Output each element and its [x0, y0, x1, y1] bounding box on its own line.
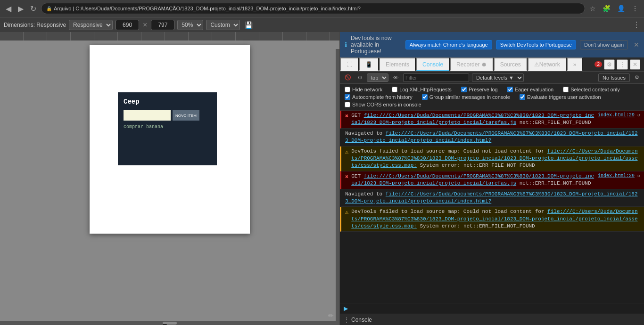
custom-select[interactable]: Custom: [206, 20, 240, 30]
app-title: Ceep: [124, 98, 211, 106]
message-link-1[interactable]: file:///C:/Users/Duda/Documents/PROGRAMA…: [345, 130, 638, 143]
address-bar[interactable]: 🔒 Arquivo | C:/Users/Duda/Documents/PROG…: [41, 3, 585, 14]
ruler-marks: [0, 32, 339, 41]
autocomplete-checkbox[interactable]: [345, 94, 350, 100]
console-no-issues-button[interactable]: No Issues: [598, 73, 630, 82]
option-eager-eval[interactable]: Eager evaluation: [507, 87, 554, 92]
network-warning-icon: ⚠: [534, 61, 539, 68]
zoom-select[interactable]: 50%: [177, 20, 203, 30]
height-input[interactable]: 797: [151, 20, 174, 30]
horizontal-scrollbar[interactable]: ≡: [0, 321, 339, 325]
message-icon-5: ⚠: [345, 209, 348, 217]
evaluate-triggers-checkbox[interactable]: [520, 94, 525, 100]
eager-eval-checkbox[interactable]: [507, 87, 513, 92]
back-button[interactable]: ◀: [4, 2, 13, 15]
dimension-separator: ×: [143, 21, 147, 29]
console-levels-select[interactable]: Default levels ▼: [472, 73, 524, 82]
selected-context-checkbox[interactable]: [563, 87, 569, 92]
vertical-scrollbar[interactable]: [336, 49, 339, 325]
message-location-0[interactable]: index.html:29: [598, 112, 635, 119]
more-tabs-icon: »: [573, 61, 577, 68]
tab-sources[interactable]: Sources: [494, 57, 528, 71]
console-message-1: Navigated to file:///C:/Users/Duda/Docum…: [340, 129, 644, 146]
width-input[interactable]: 690: [116, 20, 139, 30]
app-input-row: NOVO ITEM: [124, 110, 211, 121]
message-link-3[interactable]: file:///C:/Users/Duda/Documents/PROGRAMA…: [351, 173, 594, 186]
message-link-0[interactable]: file:///C:/Users/Duda/Documents/PROGRAMA…: [351, 113, 594, 125]
inner-app: Ceep NOVO ITEM comprar banana: [118, 92, 217, 165]
log-xmlhttp-checkbox[interactable]: [392, 87, 397, 92]
console-message-4: Navigated to file:///C:/Users/Duda/Docum…: [340, 189, 644, 207]
console-context-select[interactable]: top: [367, 73, 388, 82]
message-icon-0: ✖: [345, 113, 348, 121]
switch-to-portuguese-button[interactable]: Switch DevTools to Portuguese: [496, 40, 576, 49]
devtools-more-button[interactable]: ⋮: [617, 59, 628, 70]
message-replay-0[interactable]: ↺: [637, 112, 640, 119]
app-text-input[interactable]: [124, 110, 171, 121]
option-preserve-log[interactable]: Preserve log: [461, 87, 498, 92]
forward-button[interactable]: ▶: [16, 2, 25, 15]
devtools-toolbar: Dimensions: Responsive Responsive 690 × …: [0, 17, 644, 32]
message-replay-3[interactable]: ↺: [637, 173, 640, 179]
tab-more[interactable]: »: [567, 57, 583, 71]
preserve-log-label: Preserve log: [469, 87, 498, 92]
device-icon: 📱: [365, 61, 372, 68]
option-autocomplete[interactable]: Autocomplete from history: [345, 94, 413, 100]
console-circle-button[interactable]: ⊙: [356, 73, 364, 81]
tab-network[interactable]: ⚠ Network: [528, 57, 567, 71]
console-clear-button[interactable]: 🚫: [343, 73, 353, 81]
navigation-bar: ◀ ▶ ↻ 🔒 Arquivo | C:/Users/Duda/Document…: [0, 0, 644, 17]
hide-network-checkbox[interactable]: [345, 87, 350, 92]
save-icon[interactable]: 💾: [243, 20, 255, 30]
notification-close-icon[interactable]: ✕: [634, 41, 639, 49]
message-link-4[interactable]: file:///C:/Users/Duda/Documents/PROGRAMA…: [345, 191, 638, 204]
profile-button[interactable]: 👤: [615, 4, 627, 13]
group-similar-checkbox[interactable]: [422, 94, 428, 100]
menu-button[interactable]: ⋮: [630, 4, 640, 13]
always-match-language-button[interactable]: Always match Chrome's language: [405, 40, 492, 49]
tab-elements[interactable]: Elements: [379, 57, 416, 71]
console-message-5: ⚠DevTools failed to load source map: Cou…: [340, 207, 644, 232]
console-input[interactable]: [351, 306, 640, 311]
console-gear-button[interactable]: ⚙: [633, 73, 641, 81]
option-hide-network[interactable]: Hide network: [345, 87, 382, 92]
toolbar-more-icon[interactable]: ⋮: [633, 20, 640, 29]
preserve-log-checkbox[interactable]: [461, 87, 467, 92]
option-group-similar[interactable]: Group similar messages in console: [422, 94, 510, 100]
notification-text: DevTools is now available in Portuguese!: [351, 35, 402, 55]
message-icon-3: ✖: [345, 173, 348, 181]
devtools-bottom-icon[interactable]: ⋮: [344, 317, 349, 323]
refresh-button[interactable]: ↻: [28, 2, 38, 15]
address-text: Arquivo | C:/Users/Duda/Documents/PROGRA…: [54, 6, 361, 11]
tab-inspect[interactable]: ⛶: [340, 57, 359, 71]
message-location-3[interactable]: index.html:29: [598, 173, 635, 179]
option-log-xmlhttp[interactable]: Log XMLHttpRequests: [392, 87, 452, 92]
bookmark-button[interactable]: ☆: [588, 4, 598, 13]
tab-recorder[interactable]: Recorder ⏺: [450, 57, 494, 71]
console-eye-button[interactable]: 👁: [391, 74, 400, 81]
message-link-2[interactable]: file:///C:/Users/Duda/Documents/PROGRAMA…: [351, 148, 637, 169]
option-selected-context[interactable]: Selected context only: [563, 87, 620, 92]
edit-icon[interactable]: ✏: [328, 312, 334, 319]
message-link-5[interactable]: file:///C:/Users/Duda/Documents/PROGRAMA…: [351, 209, 637, 229]
tab-console[interactable]: Console: [416, 57, 450, 71]
option-evaluate-triggers[interactable]: Evaluate triggers user activation: [520, 94, 601, 100]
console-filter-input[interactable]: [403, 73, 469, 82]
message-text-2: DevTools failed to load source map: Coul…: [351, 148, 640, 170]
show-cors-checkbox[interactable]: [345, 102, 350, 107]
novo-item-button[interactable]: NOVO ITEM: [173, 110, 199, 121]
tab-device[interactable]: 📱: [359, 57, 379, 71]
extensions-button[interactable]: 🧩: [601, 4, 612, 13]
inspect-icon: ⛶: [347, 61, 352, 68]
message-text-5: DevTools failed to load source map: Coul…: [351, 208, 640, 230]
responsive-select[interactable]: Responsive: [69, 20, 113, 30]
preview-content: Ceep NOVO ITEM comprar banana ≡ ✏: [0, 41, 339, 325]
option-show-cors[interactable]: Show CORS errors in console: [345, 102, 421, 107]
preview-pane: Ceep NOVO ITEM comprar banana ≡ ✏: [0, 32, 339, 325]
main-area: Ceep NOVO ITEM comprar banana ≡ ✏ ℹ DevT…: [0, 32, 644, 325]
log-xmlhttp-label: Log XMLHttpRequests: [399, 87, 452, 92]
prompt-arrow-icon: ▶: [344, 305, 348, 312]
devtools-close-button[interactable]: ✕: [630, 59, 640, 70]
dont-show-again-button[interactable]: Don't show again: [580, 40, 628, 49]
devtools-settings-button[interactable]: ⚙: [604, 59, 615, 70]
